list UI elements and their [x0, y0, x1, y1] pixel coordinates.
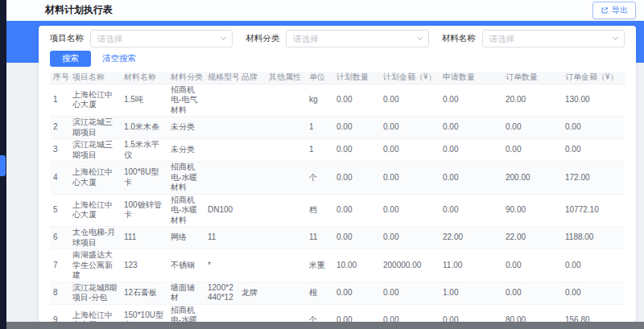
clear-search-button[interactable]: 清空搜索	[96, 51, 142, 67]
table-cell: 9	[50, 304, 69, 322]
table-cell: 0.00	[380, 139, 440, 162]
column-header: 单位	[306, 72, 333, 84]
table-cell: DN100	[204, 194, 238, 227]
search-button[interactable]: 搜索	[50, 51, 91, 67]
table-cell: 172.00	[562, 162, 625, 195]
table-cell	[238, 162, 266, 195]
table-row[interactable]: 5上海松江中心大厦100镀锌管卡招商机电-水暖材料DN100档0.000.000…	[50, 194, 625, 227]
table-cell	[204, 304, 238, 322]
table-row[interactable]: 3滨江花城三期项目1.5米水平仪未分类10.000.000.000.000.00	[50, 139, 625, 162]
content-area: 项目名称 材料分类 材料名称	[6, 21, 644, 322]
project-select[interactable]	[90, 30, 233, 47]
filter-material-name-label: 材料名称	[442, 33, 476, 44]
table-cell: 0.00	[502, 282, 562, 304]
sidebar-expand-handle[interactable]	[0, 155, 6, 176]
table-cell: 0.00	[502, 249, 562, 282]
table-cell	[266, 227, 306, 249]
table-cell: 4	[50, 162, 69, 195]
table-row[interactable]: 1上海松江中心大厦1.5吨招商机电-电气材料kg0.000.000.0020.0…	[50, 84, 625, 117]
table-cell	[238, 139, 266, 162]
table-cell: 上海松江中心大厦	[69, 162, 121, 195]
table-cell: 0.00	[502, 139, 562, 162]
filter-material-category: 材料分类	[246, 30, 428, 47]
table-cell	[204, 162, 238, 195]
material-category-select[interactable]	[286, 30, 428, 47]
table-cell: 10.00	[333, 249, 380, 282]
table-cell: 1.0米木条	[121, 117, 167, 139]
table-cell: 0.00	[380, 227, 440, 249]
table-cell	[266, 162, 306, 195]
table-cell: 200000.00	[380, 249, 440, 282]
table-cell: 南湖盛达大学生公寓新建	[69, 249, 121, 282]
table-cell: 0.00	[440, 117, 502, 139]
table-cell: 80.00	[502, 304, 562, 322]
table-cell: 未分类	[167, 117, 204, 139]
material-category-select-input[interactable]	[286, 30, 428, 47]
table-cell: 0.00	[333, 304, 380, 322]
table-cell: 8	[50, 282, 69, 304]
export-label: 导出	[612, 5, 628, 16]
table-cell	[204, 139, 238, 162]
table-cell: 网络	[167, 227, 204, 249]
data-table: 序号项目名称材料名称材料分类规格型号品牌其他属性单位计划数量计划金额（¥）申请数…	[50, 72, 625, 322]
filter-bar: 项目名称 材料分类 材料名称	[39, 26, 636, 47]
table-cell: 5	[50, 194, 69, 227]
content-card: 项目名称 材料分类 材料名称	[39, 26, 636, 322]
table-cell	[266, 194, 306, 227]
table-cell: 上海松江中心大厦	[69, 84, 121, 117]
table-cell: 1200*2440*12	[204, 282, 238, 304]
table-cell: 未分类	[167, 139, 204, 162]
export-button[interactable]: 导出	[592, 2, 636, 19]
material-name-select-input[interactable]	[482, 30, 625, 47]
table-cell	[238, 194, 266, 227]
table-row[interactable]: 4上海松江中心大厦100*8U型卡招商机电-水暖材料个0.000.000.002…	[50, 162, 625, 195]
table-cell: 1.5吨	[121, 84, 167, 117]
table-cell	[238, 249, 266, 282]
table-cell: 1.00	[440, 282, 502, 304]
table-cell: 22.00	[440, 227, 502, 249]
table-cell: 6	[50, 227, 69, 249]
table-cell: 0.00	[562, 249, 625, 282]
table-cell: 0.00	[380, 282, 440, 304]
table-cell: 1	[50, 84, 69, 117]
table-cell: 0.00	[562, 282, 625, 304]
table-cell: 123	[121, 249, 167, 282]
table-cell: 22.00	[502, 227, 562, 249]
table-cell: 个	[306, 304, 333, 322]
filter-project-label: 项目名称	[50, 33, 84, 44]
data-table-wrap: 序号项目名称材料名称材料分类规格型号品牌其他属性单位计划数量计划金额（¥）申请数…	[39, 72, 636, 322]
table-row[interactable]: 9上海松江中心大厦150*10U型卡招商机电-水暖材料个0.000.000.00…	[50, 304, 625, 322]
export-icon	[601, 6, 609, 14]
table-cell: 不锈钢	[167, 249, 204, 282]
table-cell: 龙牌	[238, 282, 266, 304]
table-cell: 90.00	[502, 194, 562, 227]
column-header: 计划金额（¥）	[380, 72, 440, 84]
table-cell	[266, 84, 306, 117]
column-header: 材料名称	[121, 72, 167, 84]
table-cell: 200.00	[502, 162, 562, 195]
top-header: 材料计划执行表 导出	[6, 0, 644, 21]
material-name-select[interactable]	[482, 30, 625, 47]
table-cell: kg	[306, 84, 333, 117]
table-cell	[238, 227, 266, 249]
column-header: 材料分类	[167, 72, 204, 84]
table-row[interactable]: 8滨江花城8期项目-分包12石膏板墙面辅材1200*2440*12龙牌根0.00…	[50, 282, 625, 304]
table-cell: 12石膏板	[121, 282, 167, 304]
column-header: 序号	[50, 72, 69, 84]
table-cell: 上海松江中心大厦	[69, 194, 121, 227]
table-header-row: 序号项目名称材料名称材料分类规格型号品牌其他属性单位计划数量计划金额（¥）申请数…	[50, 72, 625, 84]
table-row[interactable]: 2滨江花城三期项目1.0米木条未分类10.000.000.000.000.00	[50, 117, 625, 139]
column-header: 品牌	[238, 72, 266, 84]
table-row[interactable]: 7南湖盛达大学生公寓新建123不锈钢*米重10.00200000.0011.00…	[50, 249, 625, 282]
project-select-input[interactable]	[90, 30, 233, 47]
table-cell: 0.00	[380, 162, 440, 195]
table-cell: 100镀锌管卡	[121, 194, 167, 227]
table-cell: 滨江花城三期项目	[69, 117, 121, 139]
main-area: 材料计划执行表 导出 项目名称 材料分类	[6, 0, 644, 322]
table-cell: 150*10U型卡	[121, 304, 167, 322]
table-cell: 0.00	[380, 117, 440, 139]
table-cell: 招商机电-水暖材料	[167, 304, 204, 322]
table-cell	[266, 117, 306, 139]
table-row[interactable]: 6太仓电梯-月球项目111网络11110.000.0022.0022.00118…	[50, 227, 625, 249]
table-cell: 滨江花城8期项目-分包	[69, 282, 121, 304]
